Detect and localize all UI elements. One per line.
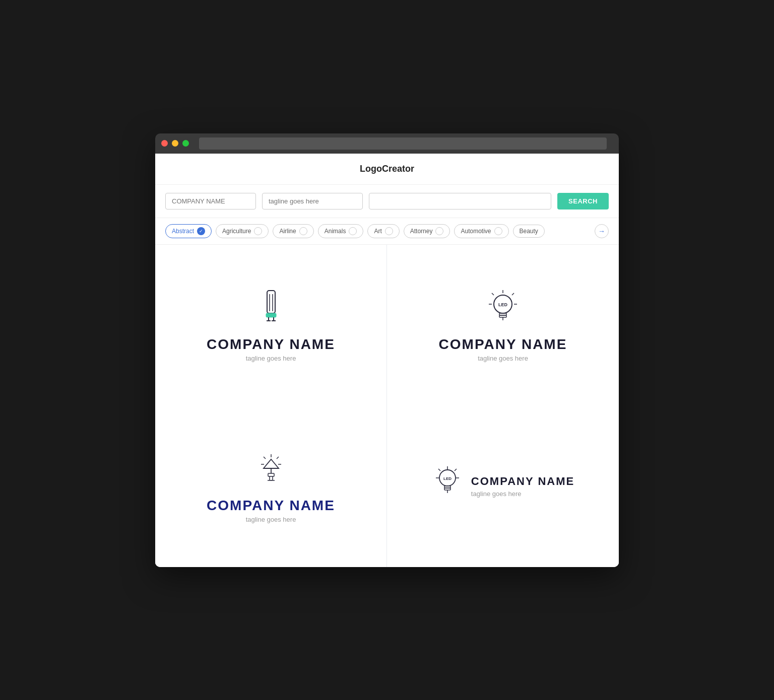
url-bar[interactable]	[199, 137, 607, 150]
svg-rect-26	[268, 473, 274, 476]
svg-line-32	[455, 469, 457, 471]
logo4-tagline: tagline goes here	[471, 490, 574, 498]
logo1-tagline: tagline goes here	[246, 355, 296, 362]
category-attorney[interactable]: Attorney ✓	[404, 224, 450, 238]
category-automotive-label: Automotive	[461, 228, 491, 235]
category-attorney-check: ✓	[435, 227, 443, 235]
category-airline[interactable]: Airline ✓	[273, 224, 313, 238]
category-art-check: ✓	[385, 227, 393, 235]
logo4-inline: LED COMPANY NAME tagline goes here	[431, 465, 574, 508]
category-beauty[interactable]: Beauty	[513, 225, 545, 238]
category-animals[interactable]: Animals ✓	[318, 224, 364, 238]
category-bar: Abstract ✓ Agriculture ✓ Airline ✓ Anima…	[155, 218, 619, 245]
category-attorney-label: Attorney	[410, 228, 433, 235]
category-airline-check: ✓	[299, 227, 307, 235]
category-art-label: Art	[374, 228, 381, 235]
close-button[interactable]	[161, 140, 168, 147]
logo-card-1[interactable]: COMPANY NAME tagline goes here	[155, 245, 386, 406]
svg-rect-39	[444, 488, 450, 490]
app-header: LogoCreator	[155, 154, 619, 185]
search-button[interactable]: SEARCH	[557, 193, 609, 209]
led-bulb-small-icon: LED	[431, 465, 464, 500]
logo-card-3[interactable]: COMPANY NAME tagline goes here	[155, 406, 386, 567]
svg-rect-0	[267, 291, 275, 313]
svg-line-9	[512, 293, 514, 295]
svg-line-11	[492, 293, 494, 295]
category-agriculture-label: Agriculture	[222, 228, 251, 235]
svg-text:LED: LED	[498, 302, 508, 307]
logos-grid: COMPANY NAME tagline goes here	[155, 245, 619, 567]
svg-rect-16	[499, 315, 506, 317]
logo-card-4[interactable]: LED COMPANY NAME tagline goes here	[387, 406, 619, 567]
svg-line-20	[264, 457, 266, 459]
logo3-company: COMPANY NAME	[207, 498, 335, 514]
category-airline-label: Airline	[279, 228, 296, 235]
category-agriculture[interactable]: Agriculture ✓	[216, 224, 269, 238]
app-container: LogoCreator SEARCH Abstract ✓ Agricultur…	[155, 154, 619, 567]
style-input[interactable]	[369, 193, 551, 209]
category-abstract-check: ✓	[197, 227, 205, 235]
logo2-tagline: tagline goes here	[478, 355, 528, 362]
led-component-icon	[251, 449, 291, 489]
category-art[interactable]: Art ✓	[367, 224, 399, 238]
svg-line-19	[277, 457, 279, 459]
tagline-input[interactable]	[262, 193, 363, 209]
category-beauty-label: Beauty	[520, 228, 538, 235]
category-automotive[interactable]: Automotive ✓	[454, 224, 508, 238]
logo4-text: COMPANY NAME tagline goes here	[471, 475, 574, 498]
browser-window: LogoCreator SEARCH Abstract ✓ Agricultur…	[155, 133, 619, 567]
category-animals-label: Animals	[325, 228, 346, 235]
category-abstract[interactable]: Abstract ✓	[165, 224, 212, 238]
logo2-company: COMPANY NAME	[439, 336, 567, 353]
minimize-button[interactable]	[172, 140, 178, 147]
category-abstract-label: Abstract	[172, 228, 194, 235]
browser-titlebar	[155, 133, 619, 154]
search-bar: SEARCH	[155, 185, 619, 218]
svg-text:LED: LED	[443, 476, 452, 481]
maximize-button[interactable]	[182, 140, 189, 147]
category-next-arrow[interactable]: →	[595, 224, 609, 238]
svg-line-34	[438, 469, 440, 471]
app-title: LogoCreator	[360, 164, 414, 174]
company-name-input[interactable]	[165, 193, 256, 209]
category-agriculture-check: ✓	[254, 227, 262, 235]
led-bulb-icon: LED	[483, 288, 523, 328]
logo1-company: COMPANY NAME	[207, 336, 335, 353]
category-animals-check: ✓	[349, 227, 357, 235]
category-automotive-check: ✓	[494, 227, 502, 235]
svg-rect-3	[266, 313, 276, 317]
logo4-company: COMPANY NAME	[471, 475, 574, 488]
svg-marker-23	[264, 459, 279, 468]
led-tube-icon	[256, 288, 286, 328]
logo3-tagline: tagline goes here	[246, 516, 296, 523]
logo-card-2[interactable]: LED COMPANY NAME tagline goes here	[387, 245, 619, 406]
